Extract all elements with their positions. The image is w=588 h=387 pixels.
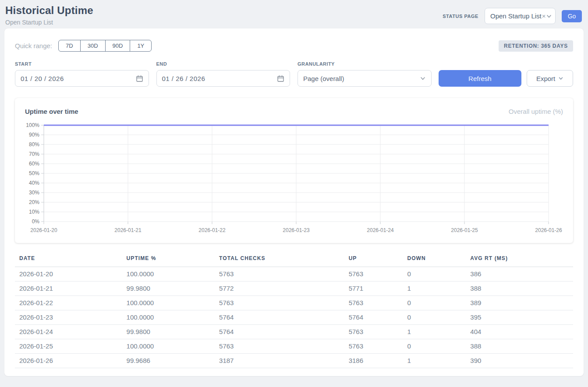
table-cell: 388 xyxy=(466,281,573,296)
table-cell: 100.0000 xyxy=(122,267,215,281)
start-date-field: START 01 / 20 / 2026 xyxy=(15,61,149,87)
uptime-chart-card: Uptime over time Overall uptime (%) 0%10… xyxy=(15,98,573,243)
svg-text:90%: 90% xyxy=(29,132,39,138)
quick-range-90d[interactable]: 90D xyxy=(105,40,131,52)
quick-range-label: Quick range: xyxy=(15,42,52,49)
status-page-select[interactable]: Open Startup List × xyxy=(485,8,556,24)
table-cell: 99.9800 xyxy=(122,281,215,296)
table-cell: 5764 xyxy=(215,310,344,325)
column-header: DATE xyxy=(15,253,122,267)
column-header: DOWN xyxy=(403,253,466,267)
table-cell: 5763 xyxy=(344,339,403,354)
granularity-select[interactable]: Page (overall) xyxy=(298,70,432,87)
table-row: 2026-01-23100.0000576457640395 xyxy=(15,310,573,325)
end-date-field: END 01 / 26 / 2026 xyxy=(156,61,290,87)
calendar-icon[interactable] xyxy=(277,75,284,82)
quick-range-30d[interactable]: 30D xyxy=(80,40,106,52)
export-button[interactable]: Export xyxy=(527,70,573,87)
chevron-down-icon xyxy=(420,75,426,81)
chart-legend: Overall uptime (%) xyxy=(509,108,563,115)
table-cell: 1 xyxy=(403,281,466,296)
status-page-selected-value: Open Startup List xyxy=(490,12,542,20)
uptime-table: DATEUPTIME %TOTAL CHECKSUPDOWNAVG RT (MS… xyxy=(15,253,573,368)
table-row: 2026-01-20100.0000576357630386 xyxy=(15,267,573,281)
quick-range-group: 7D30D90D1Y xyxy=(58,40,152,52)
column-header: UPTIME % xyxy=(122,253,215,267)
chart-title: Uptime over time xyxy=(25,108,78,115)
granularity-selected-value: Page (overall) xyxy=(303,75,344,82)
go-button[interactable]: Go xyxy=(562,10,582,22)
svg-text:2026-01-21: 2026-01-21 xyxy=(114,227,142,233)
table-cell: 0 xyxy=(403,267,466,281)
clear-icon[interactable]: × xyxy=(542,12,546,20)
table-cell: 2026-01-25 xyxy=(15,339,122,354)
table-row: 2026-01-22100.0000576357630389 xyxy=(15,296,573,310)
svg-text:60%: 60% xyxy=(29,161,39,167)
retention-badge: RETENTION: 365 DAYS xyxy=(499,40,573,52)
table-cell: 5772 xyxy=(215,281,344,296)
table-cell: 5763 xyxy=(344,325,403,339)
table-cell: 3187 xyxy=(215,354,344,368)
table-row: 2026-01-25100.0000576357630388 xyxy=(15,339,573,354)
table-cell: 404 xyxy=(466,325,573,339)
title-block: Historical Uptime Open Startup List xyxy=(5,4,93,26)
table-cell: 395 xyxy=(466,310,573,325)
table-cell: 389 xyxy=(466,296,573,310)
table-cell: 5763 xyxy=(344,296,403,310)
granularity-field: GRANULARITY Page (overall) xyxy=(298,61,432,87)
table-cell: 2026-01-23 xyxy=(15,310,122,325)
status-page-controls: STATUS PAGE Open Startup List × Go xyxy=(443,8,582,24)
uptime-line-chart: 0%10%20%30%40%50%60%70%80%90%100%2026-01… xyxy=(25,120,563,235)
end-date-value: 01 / 26 / 2026 xyxy=(162,75,205,82)
quick-range-7d[interactable]: 7D xyxy=(58,40,81,52)
end-date-label: END xyxy=(156,61,290,67)
svg-text:30%: 30% xyxy=(29,190,39,196)
chart-plot-area: 0%10%20%30%40%50%60%70%80%90%100%2026-01… xyxy=(25,120,563,237)
table-cell: 100.0000 xyxy=(122,339,215,354)
table-cell: 2026-01-26 xyxy=(15,354,122,368)
calendar-icon[interactable] xyxy=(136,75,143,82)
svg-text:100%: 100% xyxy=(26,122,39,128)
svg-text:2026-01-23: 2026-01-23 xyxy=(283,227,310,233)
table-cell: 390 xyxy=(466,354,573,368)
column-header: TOTAL CHECKS xyxy=(215,253,344,267)
table-cell: 0 xyxy=(403,310,466,325)
end-date-input[interactable]: 01 / 26 / 2026 xyxy=(156,70,290,87)
table-cell: 5764 xyxy=(215,325,344,339)
table-cell: 100.0000 xyxy=(122,310,215,325)
table-cell: 386 xyxy=(466,267,573,281)
svg-text:70%: 70% xyxy=(29,151,39,157)
table-cell: 1 xyxy=(403,325,466,339)
table-cell: 2026-01-22 xyxy=(15,296,122,310)
table-cell: 5763 xyxy=(215,267,344,281)
start-date-input[interactable]: 01 / 20 / 2026 xyxy=(15,70,149,87)
svg-text:2026-01-25: 2026-01-25 xyxy=(451,227,478,233)
table-row: 2026-01-2499.9800576457631404 xyxy=(15,325,573,339)
main-card: Quick range: 7D30D90D1Y RETENTION: 365 D… xyxy=(4,28,584,376)
table-body: 2026-01-20100.00005763576303862026-01-21… xyxy=(15,267,573,368)
table-cell: 0 xyxy=(403,296,466,310)
table-cell: 5763 xyxy=(215,296,344,310)
page-subtitle: Open Startup List xyxy=(5,19,93,26)
granularity-label: GRANULARITY xyxy=(298,61,432,67)
table-cell: 2026-01-21 xyxy=(15,281,122,296)
svg-text:0%: 0% xyxy=(32,218,40,225)
svg-text:2026-01-20: 2026-01-20 xyxy=(30,227,57,233)
quick-range-1y[interactable]: 1Y xyxy=(130,40,152,52)
column-header: AVG RT (MS) xyxy=(466,253,573,267)
table-row: 2026-01-2199.9800577257711388 xyxy=(15,281,573,296)
filters-row: START 01 / 20 / 2026 END 01 / 26 / 2026 … xyxy=(15,61,573,87)
chevron-down-icon xyxy=(546,13,552,19)
start-date-label: START xyxy=(15,61,149,67)
svg-text:2026-01-26: 2026-01-26 xyxy=(535,227,562,233)
svg-text:80%: 80% xyxy=(29,141,39,148)
status-page-label: STATUS PAGE xyxy=(443,14,478,19)
table-cell: 99.9686 xyxy=(122,354,215,368)
quick-range-row: Quick range: 7D30D90D1Y RETENTION: 365 D… xyxy=(15,40,573,52)
table-cell: 1 xyxy=(403,354,466,368)
refresh-button[interactable]: Refresh xyxy=(439,70,522,87)
table-cell: 3186 xyxy=(344,354,403,368)
uptime-table-wrap: DATEUPTIME %TOTAL CHECKSUPDOWNAVG RT (MS… xyxy=(15,253,573,368)
table-cell: 100.0000 xyxy=(122,296,215,310)
table-cell: 5764 xyxy=(344,310,403,325)
